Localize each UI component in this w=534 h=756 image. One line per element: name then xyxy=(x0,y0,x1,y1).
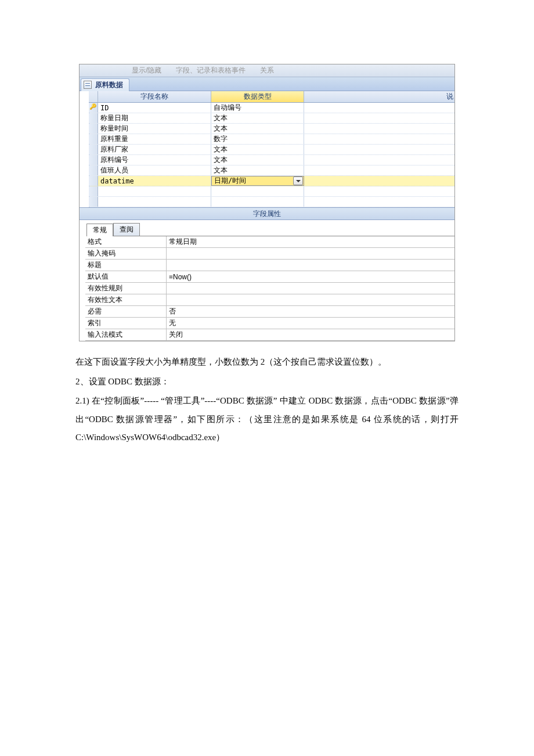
row-selector[interactable] xyxy=(89,124,98,134)
tab-general[interactable]: 常规 xyxy=(86,224,113,236)
table-icon xyxy=(84,81,92,89)
header-selector xyxy=(89,91,98,102)
property-row[interactable]: 有效性文本 xyxy=(85,294,454,306)
data-type-cell[interactable]: 文本 xyxy=(211,155,304,165)
field-row[interactable]: ID自动编号 xyxy=(89,103,454,113)
access-design-view: 显示/隐藏 字段、记录和表格事件 关系 原料数据 字段名称 数据类型 说 ID自… xyxy=(79,64,455,341)
field-name-cell[interactable]: 值班人员 xyxy=(98,165,211,175)
field-props-pane: 常规 查阅 格式常规日期输入掩码标题默认值=Now()有效性规则有效性文本必需否… xyxy=(85,220,454,341)
property-value[interactable] xyxy=(167,294,454,305)
table-tab[interactable]: 原料数据 xyxy=(81,78,129,91)
row-selector[interactable] xyxy=(89,134,98,144)
paragraph-1: 在这下面设置字段大小为单精度型，小数位数为 2（这个按自己需求设置位数）。 xyxy=(75,353,459,372)
property-row[interactable]: 输入掩码 xyxy=(85,248,454,260)
description-cell[interactable] xyxy=(304,145,454,154)
tab-lookup[interactable]: 查阅 xyxy=(113,223,140,236)
field-name-cell[interactable]: 称量时间 xyxy=(98,124,211,134)
property-row[interactable]: 索引无 xyxy=(85,318,454,329)
field-name-cell[interactable]: 原料编号 xyxy=(98,155,211,165)
ribbon-toolbar: 显示/隐藏 字段、记录和表格事件 关系 xyxy=(80,64,454,77)
field-name-cell[interactable]: 原料厂家 xyxy=(98,145,211,154)
property-value[interactable] xyxy=(167,260,454,271)
property-value[interactable]: 常规日期 xyxy=(167,236,454,247)
property-value[interactable] xyxy=(167,283,454,294)
property-row[interactable]: 必需否 xyxy=(85,306,454,318)
field-row[interactable]: 值班人员文本 xyxy=(89,165,454,176)
props-tabs: 常规 查阅 xyxy=(86,225,454,236)
row-selector[interactable] xyxy=(89,186,98,196)
data-type-cell[interactable]: 文本 xyxy=(211,124,304,134)
field-row[interactable]: 称量时间文本 xyxy=(89,124,454,134)
data-type-cell[interactable]: 文本 xyxy=(211,145,304,154)
description-cell[interactable] xyxy=(304,124,454,134)
field-name-cell[interactable]: 称量日期 xyxy=(98,113,211,123)
property-row[interactable]: 格式常规日期 xyxy=(85,236,454,248)
description-cell[interactable] xyxy=(304,197,454,207)
property-label: 有效性文本 xyxy=(85,294,167,305)
data-type-cell[interactable] xyxy=(211,197,304,207)
object-tabs: 原料数据 xyxy=(80,77,454,91)
table-tab-label: 原料数据 xyxy=(95,80,123,90)
field-name-cell[interactable] xyxy=(98,197,211,207)
property-value[interactable] xyxy=(167,248,454,259)
paragraph-2: 2、设置 ODBC 数据源： xyxy=(75,373,459,391)
row-selector[interactable] xyxy=(89,197,98,207)
field-row[interactable]: 原料编号文本 xyxy=(89,155,454,165)
description-cell[interactable] xyxy=(304,176,454,186)
description-cell[interactable] xyxy=(304,134,454,144)
description-cell[interactable] xyxy=(304,113,454,123)
property-row[interactable]: 输入法模式关闭 xyxy=(85,329,454,341)
row-selector[interactable] xyxy=(89,165,98,175)
property-label: 格式 xyxy=(85,236,167,247)
header-data-type[interactable]: 数据类型 xyxy=(211,91,304,102)
chevron-down-icon xyxy=(296,180,301,182)
field-name-cell[interactable]: 原料重量 xyxy=(98,134,211,144)
data-type-cell[interactable]: 文本 xyxy=(211,165,304,175)
description-cell[interactable] xyxy=(304,155,454,165)
property-value[interactable]: 无 xyxy=(167,318,454,329)
field-row[interactable] xyxy=(89,197,454,207)
data-type-cell[interactable]: 文本 xyxy=(211,113,304,123)
type-dropdown-button[interactable] xyxy=(293,177,303,185)
property-value[interactable]: =Now() xyxy=(167,271,454,282)
row-selector[interactable] xyxy=(89,113,98,123)
property-label: 索引 xyxy=(85,318,167,329)
property-label: 标题 xyxy=(85,260,167,271)
header-field-name[interactable]: 字段名称 xyxy=(98,91,211,102)
toolbar-relations[interactable]: 关系 xyxy=(260,66,274,75)
field-row[interactable] xyxy=(89,186,454,197)
property-value[interactable]: 否 xyxy=(167,306,454,317)
data-type-cell[interactable]: 自动编号 xyxy=(211,103,304,113)
property-label: 输入法模式 xyxy=(85,329,167,340)
row-selector[interactable] xyxy=(89,176,98,186)
property-row[interactable]: 默认值=Now() xyxy=(85,271,454,283)
row-selector[interactable] xyxy=(89,155,98,165)
fields-grid: 字段名称 数据类型 说 ID自动编号称量日期文本称量时间文本原料重量数字原料厂家… xyxy=(89,91,454,207)
header-description[interactable]: 说 xyxy=(304,91,454,102)
toolbar-show-hide[interactable]: 显示/隐藏 xyxy=(132,66,161,75)
description-cell[interactable] xyxy=(304,186,454,196)
row-selector[interactable] xyxy=(89,103,98,113)
description-cell[interactable] xyxy=(304,103,454,113)
property-row[interactable]: 有效性规则 xyxy=(85,283,454,294)
property-row[interactable]: 标题 xyxy=(85,260,454,271)
field-row[interactable]: 原料重量数字 xyxy=(89,134,454,145)
field-row[interactable]: 称量日期文本 xyxy=(89,113,454,124)
document-body: 在这下面设置字段大小为单精度型，小数位数为 2（这个按自己需求设置位数）。 2、… xyxy=(75,353,459,447)
data-type-cell[interactable]: 日期/时间 xyxy=(211,176,304,186)
property-value[interactable]: 关闭 xyxy=(167,329,454,340)
property-label: 默认值 xyxy=(85,271,167,282)
toolbar-events[interactable]: 字段、记录和表格事件 xyxy=(176,66,246,75)
property-label: 有效性规则 xyxy=(85,283,167,294)
description-cell[interactable] xyxy=(304,165,454,175)
field-props-header: 字段属性 xyxy=(80,207,454,220)
property-label: 输入掩码 xyxy=(85,248,167,259)
data-type-cell[interactable] xyxy=(211,186,304,196)
field-row[interactable]: 原料厂家文本 xyxy=(89,145,454,155)
row-selector[interactable] xyxy=(89,145,98,154)
data-type-cell[interactable]: 数字 xyxy=(211,134,304,144)
field-name-cell[interactable]: datatime xyxy=(98,176,211,186)
field-name-cell[interactable]: ID xyxy=(98,103,211,113)
field-name-cell[interactable] xyxy=(98,186,211,196)
field-row[interactable]: datatime日期/时间 xyxy=(89,176,454,186)
